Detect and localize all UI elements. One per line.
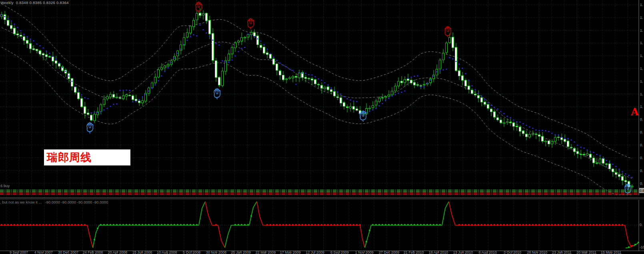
annotation-box[interactable]: 瑞郎周线 [44,149,130,165]
mt4-chart-window: 1.1.1.1.1.1.1.1.1.0.0.0.0.0.0.0.80.-109 … [0,0,644,254]
time-axis[interactable] [0,248,644,254]
annotation-text: 瑞郎周线 [44,149,130,165]
sell-signal-hand-icon [196,2,202,13]
window-splitter[interactable] [0,197,644,200]
indicator-title: , but not as we know it ... -90.0000 -90… [0,200,108,204]
ohlc-readout: Weekly 0.8348 0.8385 0.8326 0.8364 [0,0,69,5]
indicator-line [0,202,639,248]
grid-lines [0,0,639,251]
signal-hands [87,2,631,195]
level-lines [0,190,639,195]
chart-canvas[interactable]: 1.1.1.1.1.1.1.1.1.0.0.0.0.0.0.0.80.-109 … [0,0,644,254]
bollinger-bands [2,4,632,195]
price-axis[interactable] [639,0,644,248]
buy-signal-hand-icon [87,123,93,134]
letter-marker-a[interactable]: A [631,106,639,118]
sell-signal-hand-icon [248,18,254,30]
axes [0,0,644,251]
main-chart[interactable] [0,4,639,195]
trade-status-label: 6 buy [0,183,10,188]
